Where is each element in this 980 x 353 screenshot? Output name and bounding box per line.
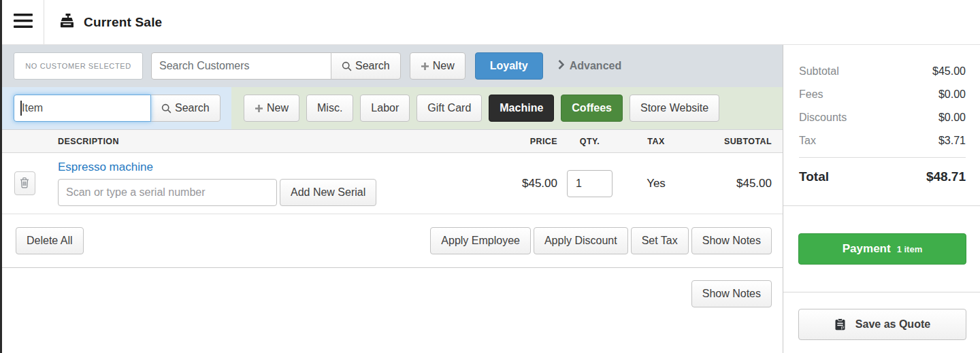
quick-button-label: Misc. [317, 102, 342, 114]
total-value: $48.71 [926, 169, 966, 184]
item-bar: Search New Misc. [2, 87, 783, 129]
quick-button-machine[interactable]: Machine [489, 95, 554, 122]
add-new-serial-label: Add New Serial [291, 186, 365, 199]
quick-button-label: Machine [500, 102, 543, 114]
show-notes-label: Show Notes [702, 235, 761, 247]
item-search-section: Search [2, 87, 231, 129]
summary-value: $0.00 [938, 88, 966, 101]
pos-app: Current Sale NO CUSTOMER SELECTED [0, 0, 980, 353]
quote-section: Save as Quote [783, 292, 980, 340]
column-header-tax: TAX [622, 137, 690, 146]
quick-button-label: Gift Card [427, 102, 471, 114]
apply-employee-label: Apply Employee [441, 235, 520, 247]
delete-all-button[interactable]: Delete All [16, 227, 84, 254]
quick-button-label: Coffees [572, 102, 612, 114]
sale-show-notes-label: Show Notes [702, 288, 761, 300]
delete-all-label: Delete All [27, 235, 73, 247]
content-row: NO CUSTOMER SELECTED Search [2, 45, 980, 353]
chevron-right-icon [558, 60, 564, 72]
payment-button-label: Payment [843, 242, 891, 256]
summary-value: $3.71 [938, 135, 966, 147]
apply-discount-button[interactable]: Apply Discount [534, 227, 628, 254]
sale-actions-row: Delete All Apply Employee Apply Discount… [2, 214, 783, 268]
sale-notes-row: Show Notes [2, 268, 783, 353]
sale-main-column: NO CUSTOMER SELECTED Search [2, 45, 783, 353]
customer-search-group: Search [151, 52, 401, 80]
show-notes-button[interactable]: Show Notes [691, 227, 772, 254]
main-wrap: Current Sale NO CUSTOMER SELECTED [2, 0, 980, 353]
summary-value: $45.00 [932, 65, 966, 78]
item-search-input[interactable] [14, 95, 151, 122]
clipboard-icon [834, 318, 846, 331]
serial-number-input[interactable] [58, 179, 277, 206]
customer-search-button-label: Search [355, 60, 390, 72]
quick-button-gift-card[interactable]: Gift Card [416, 95, 482, 122]
set-tax-button[interactable]: Set Tax [631, 227, 689, 254]
new-customer-button[interactable]: New [410, 52, 466, 80]
summary-label: Subtotal [799, 65, 839, 78]
search-icon [161, 103, 172, 114]
summary-row-subtotal: Subtotal $45.00 [799, 60, 966, 83]
quick-button-misc[interactable]: Misc. [306, 95, 353, 122]
new-item-button[interactable]: New [244, 95, 299, 122]
line-item-price: $45.00 [448, 177, 557, 190]
line-item-subtotal: $45.00 [690, 177, 772, 190]
plus-icon [421, 62, 429, 71]
hamburger-icon [14, 14, 33, 31]
payment-button[interactable]: Payment 1 item [798, 233, 966, 265]
column-header-qty: QTY. [557, 137, 622, 146]
customer-bar: NO CUSTOMER SELECTED Search [2, 45, 783, 87]
add-new-serial-button[interactable]: Add New Serial [280, 179, 376, 206]
loyalty-button[interactable]: Loyalty [475, 52, 543, 80]
top-bar: Current Sale [2, 0, 980, 45]
apply-discount-label: Apply Discount [544, 235, 617, 247]
set-tax-label: Set Tax [642, 235, 678, 247]
item-search-group: Search [14, 95, 220, 122]
title-area: Current Sale [44, 0, 162, 44]
summary-value: $0.00 [938, 112, 966, 124]
apply-employee-button[interactable]: Apply Employee [430, 227, 531, 254]
text-cursor [20, 101, 22, 116]
loyalty-button-label: Loyalty [490, 60, 528, 72]
new-item-button-label: New [267, 102, 289, 114]
item-search-button[interactable]: Search [150, 95, 220, 122]
plus-icon [255, 104, 263, 113]
advanced-link-label: Advanced [570, 60, 621, 72]
customer-search-button[interactable]: Search [331, 52, 401, 80]
search-icon [342, 61, 352, 71]
save-as-quote-button[interactable]: Save as Quote [798, 309, 966, 340]
advanced-search-link[interactable]: Advanced [558, 60, 621, 72]
quick-button-coffees[interactable]: Coffees [561, 95, 623, 122]
customer-search-input[interactable] [151, 52, 331, 80]
summary-row-tax: Tax $3.71 [799, 129, 966, 152]
totals-section: Subtotal $45.00 Fees $0.00 Discounts $0.… [783, 45, 980, 206]
quantity-input[interactable] [567, 170, 612, 197]
page-title: Current Sale [84, 15, 162, 30]
delete-line-button[interactable] [14, 171, 35, 195]
line-item-tax: Yes [622, 177, 690, 190]
payment-section: Payment 1 item [783, 206, 980, 292]
quick-button-label: Store Website [640, 102, 708, 114]
line-item-name-link[interactable]: Espresso machine [58, 161, 153, 174]
sale-line-item-row: Espresso machine Add New Serial $45.00 Y… [2, 153, 783, 214]
payment-item-count: 1 item [897, 244, 923, 254]
new-customer-button-label: New [433, 60, 455, 72]
quick-buttons-section: New Misc. Labor Gift Card Machine [231, 87, 783, 129]
total-label: Total [799, 169, 829, 184]
sale-show-notes-button[interactable]: Show Notes [691, 280, 772, 307]
summary-row-total: Total $48.71 [799, 162, 966, 192]
column-header-price: PRICE [448, 137, 557, 146]
sale-summary-sidebar: Subtotal $45.00 Fees $0.00 Discounts $0.… [783, 45, 980, 353]
trash-icon [20, 177, 29, 190]
column-header-description: DESCRIPTION [47, 137, 448, 146]
summary-row-fees: Fees $0.00 [799, 83, 966, 106]
serial-entry: Add New Serial [58, 179, 448, 206]
summary-label: Discounts [799, 112, 847, 124]
quick-button-label: Labor [371, 102, 399, 114]
menu-button[interactable] [2, 0, 44, 44]
save-as-quote-label: Save as Quote [855, 318, 930, 331]
no-customer-badge: NO CUSTOMER SELECTED [14, 52, 143, 80]
quick-button-labor[interactable]: Labor [360, 95, 410, 122]
line-actions-group: Apply Employee Apply Discount Set Tax Sh… [430, 227, 772, 254]
quick-button-store-website[interactable]: Store Website [630, 95, 719, 122]
